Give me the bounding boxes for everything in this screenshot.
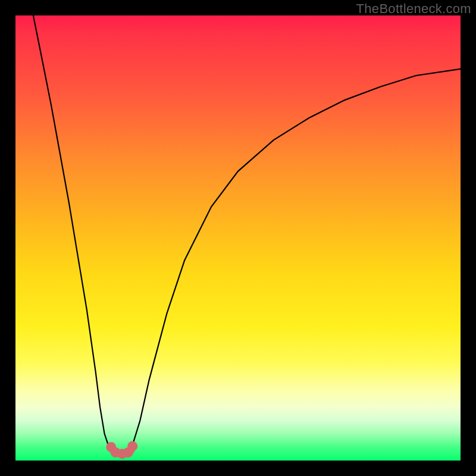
valley-marker-dot bbox=[127, 441, 137, 452]
watermark-text: TheBottleneck.com bbox=[356, 1, 471, 17]
curve-right-branch bbox=[131, 69, 461, 450]
curve-layer bbox=[0, 0, 476, 476]
chart-frame: TheBottleneck.com bbox=[0, 0, 476, 476]
valley-marker-group bbox=[106, 441, 137, 459]
curve-left-branch bbox=[33, 15, 114, 452]
